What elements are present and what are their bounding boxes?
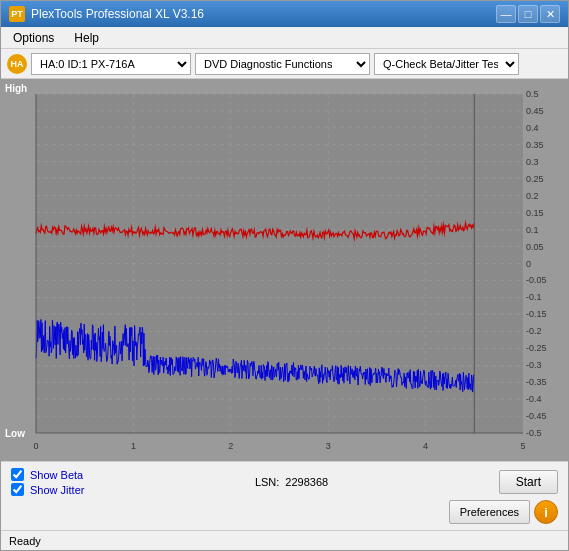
maximize-button[interactable]: □ <box>518 5 538 23</box>
show-beta-checkbox[interactable] <box>11 468 24 481</box>
menu-help[interactable]: Help <box>68 29 105 47</box>
status-text: Ready <box>9 535 41 547</box>
toolbar: HA HA:0 ID:1 PX-716A DVD Diagnostic Func… <box>1 49 568 79</box>
y-label-low: Low <box>5 428 25 439</box>
y-label-high: High <box>5 83 27 94</box>
jitter-checkbox-row: Show Jitter <box>11 483 84 496</box>
drive-select[interactable]: HA:0 ID:1 PX-716A <box>31 53 191 75</box>
prefs-area: Preferences i <box>449 500 558 524</box>
checkboxes: Show Beta Show Jitter <box>11 468 84 496</box>
beta-checkbox-row: Show Beta <box>11 468 84 481</box>
preferences-button[interactable]: Preferences <box>449 500 530 524</box>
window-title: PlexTools Professional XL V3.16 <box>31 7 204 21</box>
start-button[interactable]: Start <box>499 470 558 494</box>
show-beta-label[interactable]: Show Beta <box>30 469 83 481</box>
menu-options[interactable]: Options <box>7 29 60 47</box>
show-jitter-checkbox[interactable] <box>11 483 24 496</box>
main-window: PT PlexTools Professional XL V3.16 — □ ✕… <box>0 0 569 551</box>
status-bar: Ready <box>1 530 568 550</box>
drive-icon: HA <box>7 54 27 74</box>
app-icon: PT <box>9 6 25 22</box>
lsn-area: LSN: 2298368 <box>255 476 328 488</box>
bottom-panel: Show Beta Show Jitter LSN: 2298368 Start… <box>1 461 568 530</box>
info-button[interactable]: i <box>534 500 558 524</box>
lsn-value: 2298368 <box>285 476 328 488</box>
show-jitter-label[interactable]: Show Jitter <box>30 484 84 496</box>
title-bar: PT PlexTools Professional XL V3.16 — □ ✕ <box>1 1 568 27</box>
bottom-row2: Preferences i <box>11 500 558 524</box>
bottom-row1: Show Beta Show Jitter LSN: 2298368 Start <box>11 468 558 496</box>
menu-bar: Options Help <box>1 27 568 49</box>
test-select[interactable]: Q-Check Beta/Jitter Test <box>374 53 519 75</box>
title-bar-left: PT PlexTools Professional XL V3.16 <box>9 6 204 22</box>
chart-area: High Low <box>1 79 568 461</box>
function-select[interactable]: DVD Diagnostic Functions <box>195 53 370 75</box>
chart-canvas <box>1 79 568 461</box>
minimize-button[interactable]: — <box>496 5 516 23</box>
close-button[interactable]: ✕ <box>540 5 560 23</box>
window-controls: — □ ✕ <box>496 5 560 23</box>
lsn-label: LSN: <box>255 476 279 488</box>
